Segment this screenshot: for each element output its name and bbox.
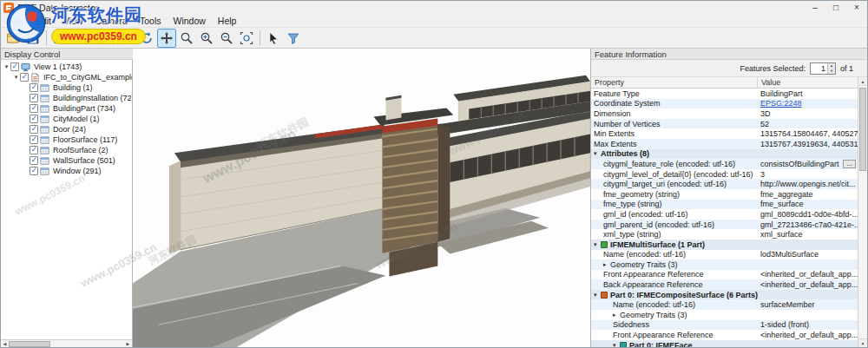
column-value[interactable]: Value: [758, 77, 858, 88]
menu-file[interactable]: File: [3, 15, 30, 28]
feature-index-spinner[interactable]: 1 ▲ ▼: [810, 62, 836, 75]
background-map-button[interactable]: [90, 29, 109, 48]
table-row[interactable]: ▾ Attributes (8): [591, 149, 858, 160]
table-row[interactable]: Sidedness 1-sided (front): [591, 320, 858, 331]
table-row[interactable]: Feature Type BuildingPart: [591, 89, 858, 99]
visibility-checkbox[interactable]: [30, 135, 38, 144]
table-row[interactable]: Coordinate System EPSG:2248: [591, 99, 858, 109]
table-row[interactable]: xml_type (string) xml_surface: [591, 229, 858, 240]
column-property[interactable]: Property: [591, 77, 758, 88]
tree-item[interactable]: BuildingInstallation (72): [1, 93, 132, 103]
spinner-down-icon[interactable]: ▼: [828, 69, 835, 74]
table-row[interactable]: citygml_level_of_detail{0} (encoded: utf…: [591, 169, 858, 180]
visibility-checkbox[interactable]: [30, 94, 38, 102]
scroll-down-icon[interactable]: ▼: [858, 338, 867, 347]
split-view-button[interactable]: [70, 29, 89, 48]
tree-item[interactable]: CityModel (1): [1, 114, 132, 124]
expand-caret-icon[interactable]: ▾: [3, 63, 10, 70]
table-row[interactable]: ▸ Geometry Traits (3): [591, 310, 858, 320]
table-row[interactable]: fme_geometry (string) fme_aggregate: [591, 189, 858, 200]
table-row[interactable]: fme_type (string) fme_surface: [591, 200, 858, 210]
table-row[interactable]: ▾ Part 0: IFMECompositeSurface (6 Parts): [591, 290, 858, 300]
scrollbar-thumb[interactable]: [9, 341, 50, 347]
scrollbar-thumb[interactable]: [859, 88, 866, 171]
maximize-button[interactable]: □: [825, 1, 846, 15]
table-row[interactable]: ▾ Part 0: IFMEFace: [591, 340, 858, 347]
orbit-tool-button[interactable]: [117, 29, 136, 48]
table-row[interactable]: Name (encoded: utf-16) surfaceMember: [591, 299, 858, 310]
expand-icon[interactable]: ▾: [594, 241, 601, 248]
save-button[interactable]: [23, 29, 43, 48]
horizontal-scrollbar[interactable]: ◀ ▶: [1, 339, 133, 347]
table-row[interactable]: Back Appearance Reference <inherited_or_…: [591, 279, 858, 290]
table-row[interactable]: Dimension 3D: [591, 108, 858, 119]
expand-icon[interactable]: ▾: [613, 342, 620, 347]
ellipsis-button[interactable]: ...: [843, 160, 856, 168]
view-3d[interactable]: [133, 49, 590, 347]
vertical-scrollbar[interactable]: ▲ ▼: [858, 77, 867, 347]
background-map-icon: [93, 31, 107, 45]
table-row[interactable]: Front Appearance Reference <inherited_or…: [591, 330, 858, 340]
expand-icon[interactable]: ▾: [594, 292, 601, 299]
expand-icon[interactable]: ▾: [594, 150, 601, 157]
tree-item[interactable]: ▾ IFC_to_CityGML_example_6_2: [1, 72, 132, 82]
tree-item[interactable]: Door (24): [1, 124, 132, 135]
table-row[interactable]: Min Extents 1315764.15804467, 440527...: [591, 128, 858, 139]
visibility-checkbox[interactable]: [30, 115, 38, 123]
tree-item[interactable]: BuildingPart (734): [1, 103, 132, 114]
scroll-right-icon[interactable]: ▶: [124, 340, 132, 348]
feature-index-value[interactable]: 1: [811, 63, 827, 74]
table-row[interactable]: Number of Vertices 52: [591, 119, 858, 129]
menu-camera[interactable]: Camera: [89, 15, 134, 28]
table-row[interactable]: Front Appearance Reference <inherited_or…: [591, 270, 858, 280]
table-row[interactable]: Name (encoded: utf-16) lod3MultiSurface: [591, 250, 858, 260]
tree-item[interactable]: Window (291): [1, 166, 132, 176]
expand-icon[interactable]: ▸: [603, 261, 610, 268]
table-row[interactable]: ▸ Geometry Traits (3): [591, 259, 858, 270]
expand-icon[interactable]: ▸: [613, 312, 620, 318]
table-row[interactable]: gml_parent_id (encoded: utf-16) gml_2721…: [591, 220, 858, 230]
scroll-up-icon[interactable]: ▲: [858, 77, 867, 86]
select-tool-button[interactable]: [264, 29, 283, 48]
visibility-checkbox[interactable]: [10, 62, 19, 71]
table-row[interactable]: gml_id (encoded: utf-16) gml_8089cdd1-0d…: [591, 209, 858, 220]
expand-caret-icon[interactable]: ▾: [12, 74, 20, 81]
close-button[interactable]: ×: [846, 1, 867, 15]
table-view-button[interactable]: [50, 29, 69, 48]
pan-tool-button[interactable]: [157, 29, 176, 48]
visibility-checkbox[interactable]: [30, 167, 38, 175]
table-row[interactable]: Max Extents 1315767.43919634, 440531... …: [591, 139, 858, 149]
tree-item[interactable]: Building (1): [1, 82, 132, 93]
menu-tools[interactable]: Tools: [134, 15, 168, 28]
visibility-checkbox[interactable]: [30, 156, 38, 165]
visibility-checkbox[interactable]: [20, 73, 29, 82]
table-row[interactable]: ▾ IFMEMultiSurface (1 Part): [591, 240, 858, 250]
menu-help[interactable]: Help: [212, 15, 243, 28]
visibility-checkbox[interactable]: [30, 146, 38, 154]
table-row[interactable]: citygml_target_uri (encoded: utf-16) htt…: [591, 179, 858, 189]
visibility-checkbox[interactable]: [30, 104, 38, 113]
open-folder-button[interactable]: [3, 29, 23, 48]
zoom-out-button[interactable]: [217, 29, 236, 48]
visibility-checkbox[interactable]: [30, 83, 38, 92]
tree-item[interactable]: WallSurface (501): [1, 155, 132, 166]
tree-item[interactable]: FloorSurface (117): [1, 135, 132, 145]
zoom-tool-button[interactable]: [177, 29, 196, 48]
tree-item[interactable]: RoofSurface (2): [1, 145, 132, 155]
scroll-left-icon[interactable]: ◀: [1, 340, 9, 348]
table-view-icon: [53, 31, 67, 45]
minimize-button[interactable]: –: [805, 1, 825, 15]
rotate-tool-button[interactable]: [137, 29, 156, 48]
building-model[interactable]: [133, 49, 590, 347]
visibility-checkbox[interactable]: [30, 125, 38, 134]
zoom-extents-button[interactable]: [237, 29, 256, 48]
tree-item[interactable]: ▾ View 1 (1743): [1, 62, 132, 72]
feature-type-icon: [40, 156, 51, 166]
menu-window[interactable]: Window: [167, 15, 211, 28]
menu-view[interactable]: View: [57, 15, 89, 28]
table-row[interactable]: citygml_feature_role (encoded: utf-16) c…: [591, 159, 858, 169]
zoom-in-button[interactable]: [197, 29, 216, 48]
menu-edit[interactable]: Edit: [30, 15, 57, 28]
filter-tool-button[interactable]: [284, 29, 303, 48]
title-bar[interactable]: FME Data Inspector –□×: [1, 1, 867, 15]
